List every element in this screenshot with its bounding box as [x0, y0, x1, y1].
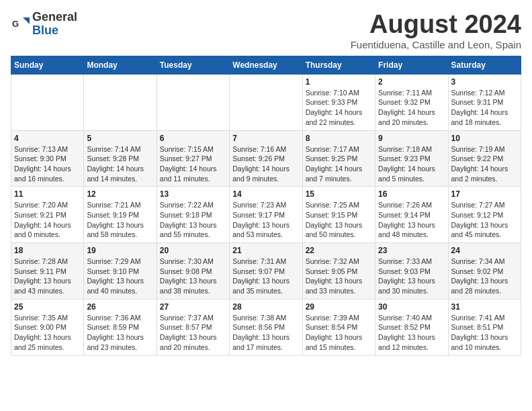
calendar-cell: 4Sunrise: 7:13 AM Sunset: 9:30 PM Daylig… [11, 130, 84, 187]
week-row-3: 11Sunrise: 7:20 AM Sunset: 9:21 PM Dayli… [11, 187, 521, 243]
calendar-cell: 30Sunrise: 7:40 AM Sunset: 8:52 PM Dayli… [375, 299, 448, 355]
day-number: 6 [160, 134, 226, 143]
calendar-cell: 10Sunrise: 7:19 AM Sunset: 9:22 PM Dayli… [448, 130, 521, 187]
page-header: G General Blue August 2024 Fuentiduena, … [11, 11, 521, 50]
calendar-cell: 31Sunrise: 7:41 AM Sunset: 8:51 PM Dayli… [448, 299, 521, 355]
calendar-cell: 26Sunrise: 7:36 AM Sunset: 8:59 PM Dayli… [84, 299, 157, 355]
day-info: Sunrise: 7:41 AM Sunset: 8:51 PM Dayligh… [451, 313, 518, 353]
day-info: Sunrise: 7:29 AM Sunset: 9:10 PM Dayligh… [87, 257, 153, 296]
calendar-cell: 23Sunrise: 7:33 AM Sunset: 9:03 PM Dayli… [375, 243, 448, 300]
day-number: 28 [232, 302, 299, 312]
day-number: 5 [87, 134, 153, 143]
day-number: 2 [378, 77, 445, 87]
calendar-cell: 3Sunrise: 7:12 AM Sunset: 9:31 PM Daylig… [448, 74, 521, 130]
calendar-cell: 8Sunrise: 7:17 AM Sunset: 9:25 PM Daylig… [302, 130, 375, 187]
logo-blue: Blue [32, 24, 58, 37]
day-number: 18 [14, 246, 81, 255]
calendar-cell [11, 74, 84, 130]
day-info: Sunrise: 7:15 AM Sunset: 9:27 PM Dayligh… [160, 144, 226, 184]
day-info: Sunrise: 7:12 AM Sunset: 9:31 PM Dayligh… [451, 88, 518, 128]
day-info: Sunrise: 7:38 AM Sunset: 8:56 PM Dayligh… [232, 313, 299, 353]
logo-general: General [32, 10, 77, 24]
week-row-1: 1Sunrise: 7:10 AM Sunset: 9:33 PM Daylig… [11, 74, 521, 130]
title-block: August 2024 Fuentiduena, Castille and Le… [351, 11, 521, 50]
logo: G General Blue [11, 11, 77, 38]
calendar-cell: 9Sunrise: 7:18 AM Sunset: 9:23 PM Daylig… [375, 130, 448, 187]
column-header-thursday: Thursday [302, 56, 375, 74]
calendar-cell: 29Sunrise: 7:39 AM Sunset: 8:54 PM Dayli… [302, 299, 375, 355]
calendar-cell: 6Sunrise: 7:15 AM Sunset: 9:27 PM Daylig… [157, 130, 229, 187]
column-header-monday: Monday [84, 56, 157, 74]
day-number: 31 [451, 302, 518, 312]
day-info: Sunrise: 7:23 AM Sunset: 9:17 PM Dayligh… [232, 200, 299, 240]
calendar-cell: 15Sunrise: 7:25 AM Sunset: 9:15 PM Dayli… [302, 187, 375, 243]
day-info: Sunrise: 7:37 AM Sunset: 8:57 PM Dayligh… [160, 313, 226, 353]
day-number: 14 [232, 189, 299, 199]
day-info: Sunrise: 7:20 AM Sunset: 9:21 PM Dayligh… [14, 200, 81, 240]
logo-text: General Blue [32, 11, 77, 38]
day-info: Sunrise: 7:39 AM Sunset: 8:54 PM Dayligh… [306, 313, 372, 353]
day-info: Sunrise: 7:27 AM Sunset: 9:12 PM Dayligh… [451, 200, 518, 240]
calendar-cell: 20Sunrise: 7:30 AM Sunset: 9:08 PM Dayli… [157, 243, 229, 300]
day-number: 8 [306, 134, 372, 143]
day-info: Sunrise: 7:17 AM Sunset: 9:25 PM Dayligh… [306, 144, 372, 184]
day-number: 13 [160, 189, 226, 199]
day-number: 11 [14, 189, 81, 199]
day-info: Sunrise: 7:13 AM Sunset: 9:30 PM Dayligh… [14, 144, 81, 184]
logo-icon: G [11, 15, 30, 34]
day-number: 3 [451, 77, 518, 87]
calendar-cell: 16Sunrise: 7:26 AM Sunset: 9:14 PM Dayli… [375, 187, 448, 243]
day-number: 29 [306, 302, 372, 312]
svg-marker-1 [23, 17, 30, 24]
day-number: 15 [306, 189, 372, 199]
day-number: 27 [160, 302, 226, 312]
day-number: 9 [378, 134, 445, 143]
calendar-cell: 11Sunrise: 7:20 AM Sunset: 9:21 PM Dayli… [11, 187, 84, 243]
calendar-cell: 21Sunrise: 7:31 AM Sunset: 9:07 PM Dayli… [230, 243, 302, 300]
calendar-cell: 7Sunrise: 7:16 AM Sunset: 9:26 PM Daylig… [230, 130, 302, 187]
calendar-cell [230, 74, 302, 130]
calendar-table: SundayMondayTuesdayWednesdayThursdayFrid… [11, 56, 521, 356]
day-info: Sunrise: 7:22 AM Sunset: 9:18 PM Dayligh… [160, 200, 226, 240]
day-info: Sunrise: 7:21 AM Sunset: 9:19 PM Dayligh… [87, 200, 153, 240]
calendar-cell: 2Sunrise: 7:11 AM Sunset: 9:32 PM Daylig… [375, 74, 448, 130]
calendar-cell: 24Sunrise: 7:34 AM Sunset: 9:02 PM Dayli… [448, 243, 521, 300]
calendar-cell: 19Sunrise: 7:29 AM Sunset: 9:10 PM Dayli… [84, 243, 157, 300]
column-header-sunday: Sunday [11, 56, 84, 74]
column-header-wednesday: Wednesday [230, 56, 302, 74]
calendar-cell: 18Sunrise: 7:28 AM Sunset: 9:11 PM Dayli… [11, 243, 84, 300]
calendar-cell: 5Sunrise: 7:14 AM Sunset: 9:28 PM Daylig… [84, 130, 157, 187]
calendar-cell: 27Sunrise: 7:37 AM Sunset: 8:57 PM Dayli… [157, 299, 229, 355]
day-number: 25 [14, 302, 81, 312]
calendar-cell [157, 74, 229, 130]
calendar-cell: 28Sunrise: 7:38 AM Sunset: 8:56 PM Dayli… [230, 299, 302, 355]
day-number: 10 [451, 134, 518, 143]
week-row-2: 4Sunrise: 7:13 AM Sunset: 9:30 PM Daylig… [11, 130, 521, 187]
day-info: Sunrise: 7:25 AM Sunset: 9:15 PM Dayligh… [306, 200, 372, 240]
day-info: Sunrise: 7:10 AM Sunset: 9:33 PM Dayligh… [306, 88, 372, 128]
day-number: 21 [232, 246, 299, 255]
day-info: Sunrise: 7:31 AM Sunset: 9:07 PM Dayligh… [232, 257, 299, 296]
day-number: 16 [378, 189, 445, 199]
column-header-tuesday: Tuesday [157, 56, 229, 74]
day-info: Sunrise: 7:33 AM Sunset: 9:03 PM Dayligh… [378, 257, 445, 296]
day-info: Sunrise: 7:28 AM Sunset: 9:11 PM Dayligh… [14, 257, 81, 296]
day-number: 7 [232, 134, 299, 143]
day-number: 20 [160, 246, 226, 255]
calendar-cell: 22Sunrise: 7:32 AM Sunset: 9:05 PM Dayli… [302, 243, 375, 300]
day-info: Sunrise: 7:40 AM Sunset: 8:52 PM Dayligh… [378, 313, 445, 353]
calendar-cell: 1Sunrise: 7:10 AM Sunset: 9:33 PM Daylig… [302, 74, 375, 130]
day-number: 23 [378, 246, 445, 255]
calendar-cell: 12Sunrise: 7:21 AM Sunset: 9:19 PM Dayli… [84, 187, 157, 243]
day-info: Sunrise: 7:36 AM Sunset: 8:59 PM Dayligh… [87, 313, 153, 353]
day-info: Sunrise: 7:11 AM Sunset: 9:32 PM Dayligh… [378, 88, 445, 128]
main-title: August 2024 [351, 11, 521, 39]
calendar-cell: 17Sunrise: 7:27 AM Sunset: 9:12 PM Dayli… [448, 187, 521, 243]
day-info: Sunrise: 7:16 AM Sunset: 9:26 PM Dayligh… [232, 144, 299, 184]
calendar-cell: 25Sunrise: 7:35 AM Sunset: 9:00 PM Dayli… [11, 299, 84, 355]
day-number: 1 [306, 77, 372, 87]
day-number: 12 [87, 189, 153, 199]
week-row-4: 18Sunrise: 7:28 AM Sunset: 9:11 PM Dayli… [11, 243, 521, 300]
day-info: Sunrise: 7:35 AM Sunset: 9:00 PM Dayligh… [14, 313, 81, 353]
day-number: 30 [378, 302, 445, 312]
